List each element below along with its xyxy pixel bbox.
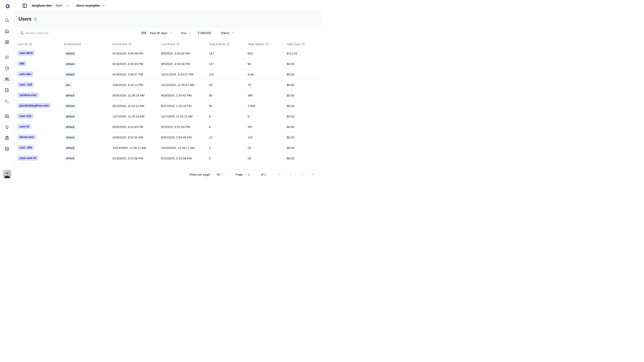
org-switcher-chevron-down-icon[interactable] [66,4,69,7]
column-header[interactable]: Total Events [209,42,248,46]
last-event-cell: 8/22/2025, 1:15:19 PM [161,104,209,108]
total-tokens-cell: 26 [248,157,287,160]
next-page-button[interactable] [298,171,306,178]
total-cost-cell: $0.00 [287,94,322,97]
sidebar-item-dashboards[interactable] [2,38,12,47]
last-page-button[interactable] [309,171,318,178]
sidebar-item-sessions[interactable] [2,64,12,73]
column-info-icon[interactable] [176,42,180,46]
page-title: Users [18,16,32,22]
column-header[interactable]: Environment [64,42,112,46]
sidebar-item-datasets[interactable] [2,145,12,153]
org-name[interactable]: langfuse-dev [32,4,52,8]
previous-page-button[interactable] [286,171,295,178]
sidebar-item-annotation[interactable] [2,134,12,142]
search-input[interactable] [26,31,131,35]
page-total-label: of 1 [261,173,266,176]
filters-button[interactable]: Filters [218,29,238,37]
column-info-icon[interactable] [227,42,230,46]
column-header[interactable]: Total Cost [287,42,322,46]
table-row[interactable]: user-abcdefault8/19/2025, 3:36:27 PM10/2… [14,69,322,80]
sidebar-item-tracing[interactable] [2,53,12,62]
project-switcher-chevron-down-icon[interactable] [102,4,105,7]
column-info-icon[interactable] [302,42,305,46]
sidebar-item-playground[interactable] [2,97,12,105]
last-event-cell: 9/1/2025, 3:51:43 PM [161,125,209,129]
total-cost-cell: $0.00 [287,146,322,150]
user-id-badge[interactable]: random-user [17,92,39,98]
table-row[interactable]: demo-userdefault8/28/2025, 9:32:30 AM9/3… [14,132,322,142]
user-id-badge[interactable]: demo-user [17,134,36,140]
user-id-badge[interactable]: 456 [17,61,26,66]
total-tokens-cell: 3.4K [248,73,287,76]
user-id-badge[interactable]: user-id [17,124,31,129]
list-tree-icon [5,55,9,60]
table-row[interactable]: 456default8/19/2025, 4:05:35 PM9/5/2025,… [14,59,322,69]
total-tokens-cell: 0 [248,115,287,118]
last-event-cell: 8/26/2025, 2:35:42 PM [161,94,209,97]
date-range-button[interactable]: 90d Past 90 days [136,29,176,37]
total-cost-cell: $0.00 [287,157,322,160]
total-tokens-cell: 5K [248,62,287,66]
total-tokens-cell: 152 [248,136,287,139]
user-id-badge[interactable]: user-123 [17,113,34,119]
sidebar-item-scores[interactable] [2,112,12,121]
column-info-icon[interactable] [29,42,32,46]
column-header[interactable]: First Event [112,42,161,46]
table-row[interactable]: your-user-iddefault8/19/2025, 4:23:58 PM… [14,153,322,163]
env-label: Env [181,31,186,35]
total-cost-cell: $0.00 [287,136,322,139]
column-header[interactable]: User ID [17,42,64,46]
table-row[interactable]: user_456default10/23/2025, 11:26:17 AM10… [14,142,322,153]
total-events-cell: 6 [209,125,248,129]
column-info-icon[interactable] [128,42,132,46]
langfuse-logo-icon[interactable] [3,3,11,10]
users-table: User IDEnvironmentFirst EventLast EventT… [14,37,322,168]
total-tokens-cell: 367 [248,125,287,129]
page-number-input[interactable] [246,170,258,178]
user-id-badge[interactable]: user-5678 [17,51,35,56]
column-header[interactable]: Total Tokens [248,42,287,46]
topbar: langfuse-dev Team / docs-examples [14,0,322,11]
user-avatar[interactable] [3,170,11,178]
table-row[interactable]: random-userdefault8/26/2025, 11:36:24 AM… [14,90,322,101]
project-name[interactable]: docs-examples [76,4,100,8]
sidebar-item-prompts[interactable] [2,86,12,94]
clock-icon [5,66,9,71]
total-events-cell: 114 [209,73,248,76]
user-id-badge[interactable]: user-abc [17,72,34,77]
user-id-badge[interactable]: jannik@langfuse.com [17,103,51,108]
rows-per-page-select[interactable]: 50 [213,170,228,178]
user-id-badge[interactable]: your-user-id [17,155,38,161]
last-event-cell: 10/23/2025, 11:26:17 AM [161,146,209,150]
search-box [17,29,134,37]
first-event-cell: 10/7/2025, 11:28:16 AM [112,115,161,118]
table-row[interactable]: user_123dev10/6/2025, 3:16:12 PM11/13/20… [14,80,322,90]
environment-badge: default [64,156,76,161]
first-event-cell: 8/19/2025, 4:05:36 PM [112,52,161,55]
page-title-info-icon[interactable] [34,17,37,21]
org-plan-badge: Team [54,4,64,8]
user-id-badge[interactable]: user_123 [17,82,34,87]
table-row[interactable]: jannik@langfuse.comdefault8/22/2025, 11:… [14,101,322,111]
first-page-button[interactable] [275,171,284,178]
table-row[interactable]: user-123default10/7/2025, 11:28:16 AM10/… [14,111,322,122]
sidebar-item-evals[interactable] [2,123,12,132]
total-events-cell: 127 [209,62,248,66]
column-header[interactable]: Last Event [161,42,209,46]
chevrons-right-icon [312,173,315,176]
home-icon [5,29,9,34]
sidebar-toggle-icon[interactable] [22,3,28,8]
sidebar-item-search[interactable] [2,16,12,25]
table-row[interactable]: user-iddefault8/25/2025, 4:23:43 PM9/1/2… [14,122,322,132]
first-event-cell: 10/6/2025, 3:16:12 PM [112,83,161,87]
user-id-badge[interactable]: user_456 [17,145,34,150]
environment-badge: default [64,125,76,129]
table-row[interactable]: user-5678default8/19/2025, 4:05:36 PM9/5… [14,48,322,59]
total-events-cell: 28 [209,83,248,87]
environment-filter-button[interactable]: Env 5 selected [178,29,216,37]
column-info-icon[interactable] [266,42,269,46]
sidebar-item-home[interactable] [2,27,12,36]
total-cost-cell: $0.00 [287,115,322,118]
sidebar-item-users[interactable] [2,75,12,84]
